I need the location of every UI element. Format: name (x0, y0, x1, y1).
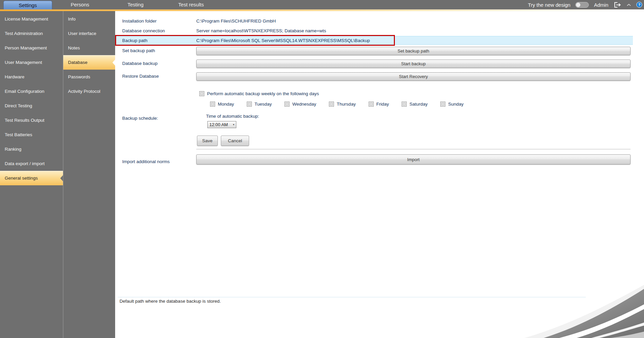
footer-divider (118, 297, 586, 297)
try-new-design-label: Try the new design (528, 2, 570, 8)
sidebar-item-license-management[interactable]: License Management (0, 12, 63, 26)
day-checkbox-friday[interactable] (369, 102, 374, 107)
installation-folder-value: C:\Program Files\SCHUHFRIED GmbH (196, 18, 276, 24)
checkbox-inner (285, 103, 289, 106)
day-checkbox-saturday[interactable] (402, 102, 407, 107)
checkbox-inner (330, 103, 333, 106)
database-connection-row: Database connection Server name=localhos… (122, 28, 326, 33)
checkbox-inner (200, 92, 203, 95)
subsidebar-item-activity-protocol[interactable]: Activity Protocol (63, 84, 115, 99)
sidebar-item-hardware[interactable]: Hardware (0, 70, 63, 84)
subsidebar-item-info[interactable]: Info (63, 12, 115, 26)
sidebar-item-direct-testing[interactable]: Direct Testing (0, 99, 63, 113)
sidebar-item-test-results-output[interactable]: Test Results Output (0, 113, 63, 127)
main-sidebar: License Management Test Administration P… (0, 11, 63, 338)
subsidebar-item-label: Database (68, 60, 88, 65)
user-name-label: Admin (594, 2, 608, 8)
day-label-tuesday: Tuesday (255, 102, 272, 107)
sidebar-item-test-batteries[interactable]: Test Batteries (0, 127, 63, 142)
sidebar-item-label: General settings (5, 176, 38, 181)
database-connection-label: Database connection (122, 28, 196, 33)
sidebar-item-general-settings[interactable]: General settings (0, 171, 63, 185)
checkbox-inner (441, 103, 444, 106)
footer-hint-text: Default path where the database backup i… (120, 299, 221, 304)
start-backup-button[interactable]: Start backup (196, 60, 631, 68)
subsidebar-item-passwords[interactable]: Passwords (63, 70, 115, 84)
checkbox-inner (370, 103, 373, 106)
import-button[interactable]: Import (196, 154, 631, 164)
chevron-up-icon[interactable] (626, 3, 631, 6)
backup-time-label: Time of automatic backup: (206, 114, 259, 119)
restore-database-label: Restore Database (122, 74, 159, 79)
dropdown-arrow-icon: ▾ (233, 123, 234, 126)
save-button[interactable]: Save (197, 136, 218, 146)
backup-schedule-label: Backup schedule: (122, 116, 158, 121)
subsidebar-item-database[interactable]: Database (63, 55, 115, 70)
day-label-saturday: Saturday (409, 102, 428, 107)
checkbox-inner (403, 103, 406, 106)
top-bar: Settings Persons Testing Test results Tr… (0, 0, 644, 9)
selected-notch (112, 60, 115, 66)
weekday-checkboxes: Monday Tuesday Wednesday Thursday Friday… (210, 102, 464, 107)
day-label-friday: Friday (376, 102, 389, 107)
top-bar-right: Try the new design Admin ? (528, 0, 644, 9)
sidebar-item-email-configuration[interactable]: Email Configuration (0, 84, 63, 99)
settings-sub-sidebar: Info User interface Notes Database Passw… (63, 11, 115, 338)
selected-notch (60, 175, 63, 181)
checkbox-inner (248, 103, 251, 106)
backup-time-dropdown[interactable]: 12:00 AM ▾ (207, 121, 236, 128)
new-design-toggle[interactable] (575, 2, 589, 8)
database-connection-value: Server name=localhost\WTSNXEXPRESS; Data… (196, 28, 326, 33)
day-checkbox-tuesday[interactable] (247, 102, 252, 107)
decorative-swoosh (519, 285, 644, 338)
svg-text:?: ? (638, 3, 641, 7)
weekly-backup-row: Perform automatic backup weekly on the f… (199, 91, 319, 96)
backup-path-value: C:\Program Files\Microsoft SQL Server\MS… (196, 38, 370, 43)
day-label-sunday: Sunday (448, 102, 464, 107)
day-label-wednesday: Wednesday (292, 102, 316, 107)
installation-folder-label: Installation folder (122, 18, 196, 24)
tab-test-results[interactable]: Test results (163, 0, 219, 9)
sidebar-item-data-export-import[interactable]: Data export / import (0, 156, 63, 171)
backup-path-highlight-row[interactable]: Backup path C:\Program Files\Microsoft S… (115, 36, 633, 45)
day-label-monday: Monday (218, 102, 234, 107)
sidebar-item-ranking[interactable]: Ranking (0, 142, 63, 156)
tab-persons[interactable]: Persons (52, 0, 108, 9)
sidebar-item-test-administration[interactable]: Test Administration (0, 26, 63, 41)
day-checkbox-thursday[interactable] (329, 102, 334, 107)
backup-path-label: Backup path (122, 38, 196, 43)
set-backup-path-button[interactable]: Set backup path (196, 47, 631, 55)
tab-testing[interactable]: Testing (108, 0, 163, 9)
toggle-knob (576, 3, 580, 7)
sidebar-item-person-management[interactable]: Person Management (0, 41, 63, 55)
weekly-backup-label: Perform automatic backup weekly on the f… (207, 91, 319, 96)
day-checkbox-monday[interactable] (210, 102, 215, 107)
help-icon[interactable]: ? (636, 2, 642, 8)
logout-icon[interactable] (613, 2, 621, 8)
sidebar-item-user-management[interactable]: User Management (0, 55, 63, 70)
day-checkbox-wednesday[interactable] (284, 102, 290, 107)
database-backup-label: Database backup (122, 61, 158, 66)
subsidebar-item-user-interface[interactable]: User interface (63, 26, 115, 41)
schedule-actions: Save Cancel (197, 136, 249, 146)
cancel-button[interactable]: Cancel (221, 136, 249, 146)
main-tabs: Settings Persons Testing Test results (0, 0, 219, 9)
day-checkbox-sunday[interactable] (440, 102, 445, 107)
backup-time-value: 12:00 AM (209, 122, 228, 127)
start-recovery-button[interactable]: Start Recovery (196, 72, 631, 81)
set-backup-path-label: Set backup path (122, 48, 155, 53)
section-divider (196, 149, 631, 149)
checkbox-inner (211, 103, 214, 106)
weekly-backup-checkbox[interactable] (199, 91, 204, 96)
import-norms-label: Import additional norms (122, 159, 170, 164)
day-label-thursday: Thursday (337, 102, 355, 107)
installation-folder-row: Installation folder C:\Program Files\SCH… (122, 18, 276, 24)
tab-settings[interactable]: Settings (3, 1, 52, 9)
subsidebar-item-notes[interactable]: Notes (63, 41, 115, 55)
